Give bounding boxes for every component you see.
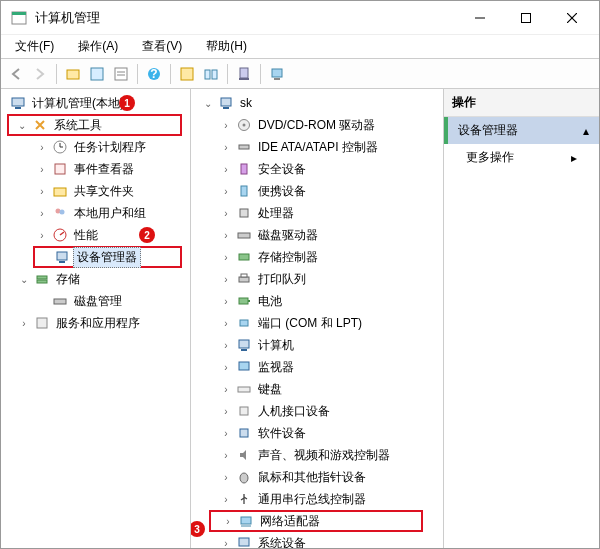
toolbar-btn-4[interactable] (176, 63, 198, 85)
device-processor[interactable]: ›处理器 (191, 202, 443, 224)
chevron-right-icon[interactable]: › (35, 164, 49, 175)
tree-label: 系统工具 (51, 116, 105, 135)
storage-ctrl-icon (236, 249, 252, 265)
device-manager-icon (54, 249, 70, 265)
separator-icon (227, 64, 228, 84)
dvd-icon (236, 117, 252, 133)
badge-2: 2 (139, 227, 155, 243)
device-usb[interactable]: ›通用串行总线控制器 (191, 488, 443, 510)
forward-button[interactable] (29, 63, 51, 85)
svg-rect-53 (241, 349, 247, 351)
svg-rect-52 (239, 340, 249, 348)
chevron-down-icon[interactable]: ⌄ (201, 98, 215, 109)
toolbar-btn-3[interactable] (110, 63, 132, 85)
device-system[interactable]: ›系统设备 (191, 532, 443, 548)
chevron-right-icon[interactable]: › (219, 494, 233, 505)
chevron-right-icon[interactable]: › (219, 340, 233, 351)
chevron-right-icon[interactable]: › (35, 186, 49, 197)
chevron-right-icon[interactable]: › (219, 428, 233, 439)
chevron-down-icon[interactable]: ⌄ (17, 274, 31, 285)
menu-action[interactable]: 操作(A) (66, 35, 130, 58)
svg-rect-55 (238, 387, 250, 392)
port-icon (236, 315, 252, 331)
device-security[interactable]: ›安全设备 (191, 158, 443, 180)
chevron-right-icon[interactable]: › (219, 406, 233, 417)
chevron-down-icon[interactable]: ⌄ (15, 120, 29, 131)
action-section-device-manager[interactable]: 设备管理器 ▴ (444, 117, 599, 144)
tree-storage[interactable]: ⌄ 存储 (1, 268, 190, 290)
chevron-right-icon[interactable]: › (35, 142, 49, 153)
chevron-right-icon[interactable]: › (219, 120, 233, 131)
toolbar-btn-1[interactable] (62, 63, 84, 85)
tree-root-computer-mgmt[interactable]: 计算机管理(本地) 1 (1, 92, 190, 114)
close-button[interactable] (549, 2, 595, 34)
device-disk[interactable]: ›磁盘驱动器 (191, 224, 443, 246)
chevron-right-icon[interactable]: › (219, 296, 233, 307)
device-portable[interactable]: ›便携设备 (191, 180, 443, 202)
device-ide[interactable]: ›IDE ATA/ATAPI 控制器 (191, 136, 443, 158)
menu-view[interactable]: 查看(V) (130, 35, 194, 58)
tree-label: 处理器 (255, 204, 297, 223)
toolbar-btn-5[interactable] (200, 63, 222, 85)
chevron-right-icon[interactable]: › (219, 252, 233, 263)
chevron-right-icon[interactable]: › (219, 384, 233, 395)
chevron-right-icon[interactable]: › (219, 274, 233, 285)
menu-help[interactable]: 帮助(H) (194, 35, 259, 58)
chevron-right-icon[interactable]: › (219, 472, 233, 483)
window-title: 计算机管理 (35, 9, 457, 27)
tree-label: 共享文件夹 (71, 182, 137, 201)
device-computer[interactable]: ›计算机 (191, 334, 443, 356)
device-mouse[interactable]: ›鼠标和其他指针设备 (191, 466, 443, 488)
svg-rect-61 (239, 538, 249, 546)
device-battery[interactable]: ›电池 (191, 290, 443, 312)
tree-performance[interactable]: › 性能 2 (1, 224, 190, 246)
help-button[interactable]: ? (143, 63, 165, 85)
tree-system-tools[interactable]: ⌄ 系统工具 (7, 114, 182, 136)
chevron-right-icon[interactable]: › (219, 186, 233, 197)
device-print[interactable]: ›打印队列 (191, 268, 443, 290)
minimize-button[interactable] (457, 2, 503, 34)
device-network[interactable]: ›网络适配器 (209, 510, 423, 532)
tree-services-apps[interactable]: › 服务和应用程序 (1, 312, 190, 334)
action-more[interactable]: 更多操作 ▸ (444, 144, 599, 171)
chevron-right-icon[interactable]: › (219, 362, 233, 373)
device-dvd[interactable]: ›DVD/CD-ROM 驱动器 (191, 114, 443, 136)
computer-icon (218, 95, 234, 111)
tree-local-users[interactable]: › 本地用户和组 (1, 202, 190, 224)
chevron-right-icon[interactable]: › (219, 230, 233, 241)
tree-disk-management[interactable]: 磁盘管理 (1, 290, 190, 312)
svg-rect-57 (240, 429, 248, 437)
device-ports[interactable]: ›端口 (COM 和 LPT) (191, 312, 443, 334)
device-keyboard[interactable]: ›键盘 (191, 378, 443, 400)
svg-rect-51 (240, 320, 248, 326)
tree-shared-folders[interactable]: › 共享文件夹 (1, 180, 190, 202)
toolbar-btn-2[interactable] (86, 63, 108, 85)
tree-task-scheduler[interactable]: › 任务计划程序 (1, 136, 190, 158)
chevron-right-icon[interactable]: › (221, 516, 235, 527)
device-root[interactable]: ⌄ sk (191, 92, 443, 114)
chevron-right-icon[interactable]: › (219, 142, 233, 153)
tree-event-viewer[interactable]: › 事件查看器 (1, 158, 190, 180)
chevron-right-icon[interactable]: › (219, 208, 233, 219)
device-audio-video[interactable]: ›声音、视频和游戏控制器 (191, 444, 443, 466)
back-button[interactable] (5, 63, 27, 85)
chevron-right-icon[interactable]: › (219, 538, 233, 549)
chevron-right-icon[interactable]: › (35, 208, 49, 219)
svg-rect-37 (221, 98, 231, 106)
storage-icon (34, 271, 50, 287)
chevron-right-icon[interactable]: › (219, 450, 233, 461)
device-storage-ctrl[interactable]: ›存储控制器 (191, 246, 443, 268)
chevron-right-icon[interactable]: › (35, 230, 49, 241)
device-monitor[interactable]: ›监视器 (191, 356, 443, 378)
chevron-right-icon[interactable]: › (17, 318, 31, 329)
maximize-button[interactable] (503, 2, 549, 34)
action-section-label: 设备管理器 (458, 122, 518, 139)
toolbar-btn-7[interactable] (266, 63, 288, 85)
chevron-right-icon[interactable]: › (219, 164, 233, 175)
toolbar-btn-6[interactable] (233, 63, 255, 85)
device-software[interactable]: ›软件设备 (191, 422, 443, 444)
tree-device-manager[interactable]: 设备管理器 (33, 246, 182, 268)
chevron-right-icon[interactable]: › (219, 318, 233, 329)
device-hid[interactable]: ›人机接口设备 (191, 400, 443, 422)
menu-file[interactable]: 文件(F) (3, 35, 66, 58)
